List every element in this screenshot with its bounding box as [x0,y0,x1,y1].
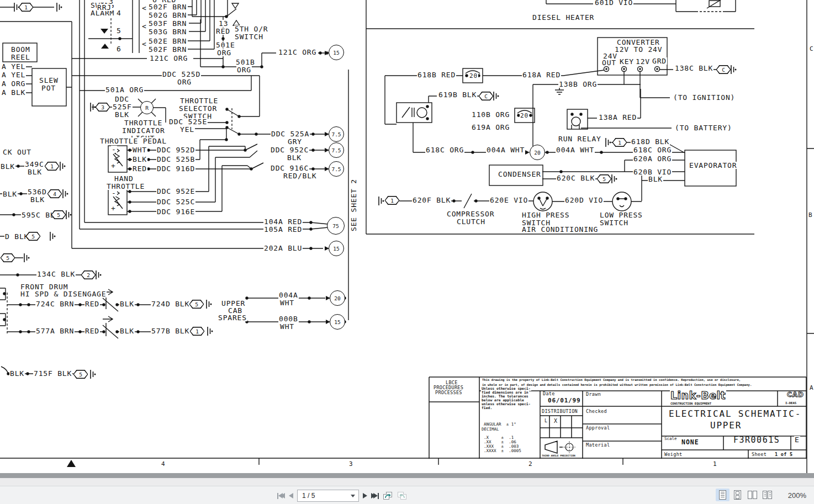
wire-label: < [141,40,147,47]
wire-label: 121C ORG [278,49,317,56]
next-view-button[interactable] [397,491,408,501]
ref-hexagon: 3 [96,103,110,112]
wire-label: 502G BRN [148,12,187,19]
wire-label: A ORG [1,80,26,87]
wire-label: E [794,436,800,443]
wire-label: RED [84,327,100,335]
wire-label: CAD [786,391,805,398]
single-page-view-button[interactable] [716,489,730,501]
ref-hexagon-label: 5 [598,175,611,182]
wire-label: DDC 525D [162,71,201,78]
ref-hexagon-label: 1 [191,327,204,335]
ref-hexagon: 5 [189,300,204,309]
continuous-facing-view-button[interactable] [760,489,774,501]
ref-hexagon: 2 [81,270,96,279]
wire-label: SEE SHEET 2 [350,178,357,232]
wire-label: BLK [2,190,18,198]
wire-label: ANGULAR ± 1° [483,422,517,427]
wire-label: 618A RED [522,71,561,78]
wire-label: 620F BLK [412,197,451,204]
facing-view-button[interactable] [746,489,759,501]
wire-label: DDC 525C [156,198,195,205]
wire-label: 619A ORG [471,124,510,131]
ref-circle: 20 [530,145,545,160]
previous-page-button[interactable] [289,493,293,498]
page-number-input[interactable]: 1 / 5 [297,490,359,502]
wire-label: 5TH O/R [234,25,268,33]
wire-label: 134C BLK [36,270,76,278]
wire-label: BLK [287,154,302,161]
first-page-button[interactable] [277,493,285,499]
wire-label: 5 [116,27,122,34]
previous-view-button[interactable] [383,491,393,501]
wire-label: ORG [236,66,252,73]
wire-label: 577B BLK [151,327,190,335]
wire-label: SWITCH [234,33,264,40]
ref-circle: 75 [327,217,345,235]
wire-label: .XXXX ± .0005 [483,449,522,453]
wire-label: THIRD ANGLE PROJECTION [541,454,576,457]
wire-label: DDC 916D [156,165,195,172]
wire-label: BLK [114,111,130,118]
wire-label: YEL [179,126,195,133]
wire-label: 502E BRN [148,38,187,45]
wire-label: 349C [24,161,45,168]
wire-label: DDC 952C [270,146,309,153]
wire-label: 1 of 5 [774,452,794,457]
horizontal-scrollbar[interactable] [0,478,814,486]
wire-label: UPPER [710,422,742,429]
wire-label: AIR CONDITIONING [521,226,599,233]
ref-hexagon-label: 3 [96,103,109,110]
wire-label: 110B ORG [471,111,510,118]
wire-label: 618D BLK [631,138,670,145]
wire-label: GRY [287,138,303,145]
wire-label: 121C ORG [149,55,188,62]
page-number-value: 1 / 5 [298,492,315,500]
ref-hexagon-label: 4 [48,190,61,197]
wire-label: 105A RED [263,226,303,233]
ref-hexagon-label: 1 [19,3,33,10]
drawing-page: SWINGALARMRRJ3456<<<6 RED502F BRN502G BR… [0,0,814,473]
ref-hexagon-label: 5 [1,254,14,261]
wire-label: D BLK [4,233,29,240]
wire-label: 618C ORG [425,146,464,153]
wire-label: 618B RED [417,71,456,78]
wire-label: GRD [652,57,667,65]
wire-label: POT [41,84,56,92]
wire-label: HIGH PRESS [521,211,570,219]
wire-label: 536D [27,188,47,195]
wire-label: ORG [177,78,192,86]
previous-view-icon [383,491,393,501]
wire-label: DECIMAL [481,427,500,432]
next-page-button[interactable] [363,493,367,498]
ref-hexagon: 4 [47,189,62,198]
wire-label: HAND [114,175,134,182]
continuous-view-button[interactable] [731,489,744,501]
wire-label: BLK [0,163,15,170]
wire-label: C [809,45,814,52]
wire-label: DDC 525E [168,118,208,125]
wire-label: B [808,211,813,219]
page-dropdown-caret-icon[interactable] [351,495,355,497]
wire-label: 20 [469,72,478,79]
wire-label: SWITCH [599,219,629,226]
wire-label: A BLK [1,89,26,96]
wire-label: CONDENSER [498,171,542,178]
zoom-level-label: 200% [788,491,806,500]
next-page-icon [363,493,367,498]
wire-label: WHT [279,299,295,306]
wire-label: REEL [10,54,31,61]
previous-page-icon [289,493,293,498]
wire-label: CK OUT [2,148,32,156]
wire-label: Checked [585,409,607,414]
wire-label: 618C ORG [633,146,672,153]
last-page-icon [378,493,379,499]
wire-label: CONSTRUCTION EQUIPMENT [670,402,712,406]
last-page-button[interactable] [371,493,379,499]
wire-label: DDC 952D [156,146,195,153]
wire-label: Scale [664,437,678,441]
wire-label: PROCESSES [435,390,463,395]
wire-label: CLUTCH [456,218,486,225]
wire-label: (TO BATTERY) [674,124,733,131]
wire-label: EVAPORATOR [689,162,737,169]
